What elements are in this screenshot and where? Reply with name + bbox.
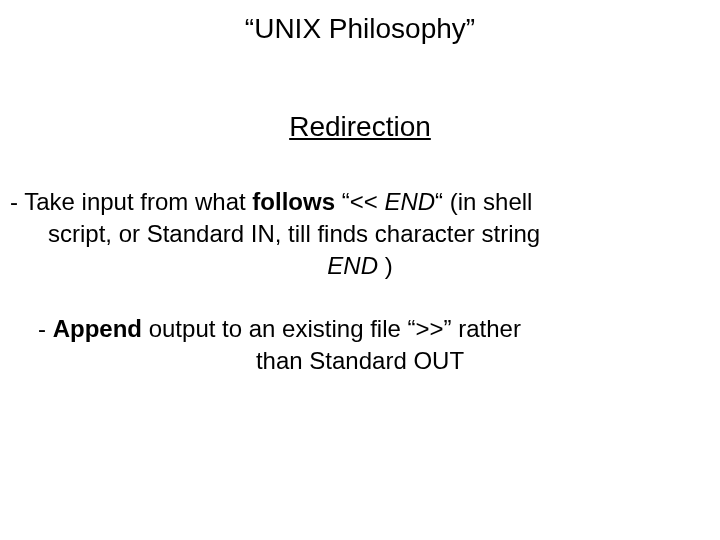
text: “<< (335, 188, 384, 215)
text: ) (378, 252, 393, 279)
bullet-heredoc: - Take input from what follows “<< END“ … (8, 186, 712, 283)
slide-subtitle: Redirection (8, 108, 712, 146)
bullet-append: - Append output to an existing file “>>”… (8, 313, 712, 378)
text-bold: follows (252, 188, 335, 215)
text: - (38, 315, 53, 342)
text: output to an existing file “>>” rather (142, 315, 521, 342)
text: - Take input from what (10, 188, 252, 215)
text: than Standard OUT (8, 345, 712, 377)
text: script, or Standard IN, till finds chara… (8, 218, 712, 250)
text-bold: Append (53, 315, 142, 342)
text: “ (in shell (435, 188, 532, 215)
text-italic: END (327, 252, 378, 279)
slide-title: “UNIX Philosophy” (8, 10, 712, 48)
text-italic: END (384, 188, 435, 215)
